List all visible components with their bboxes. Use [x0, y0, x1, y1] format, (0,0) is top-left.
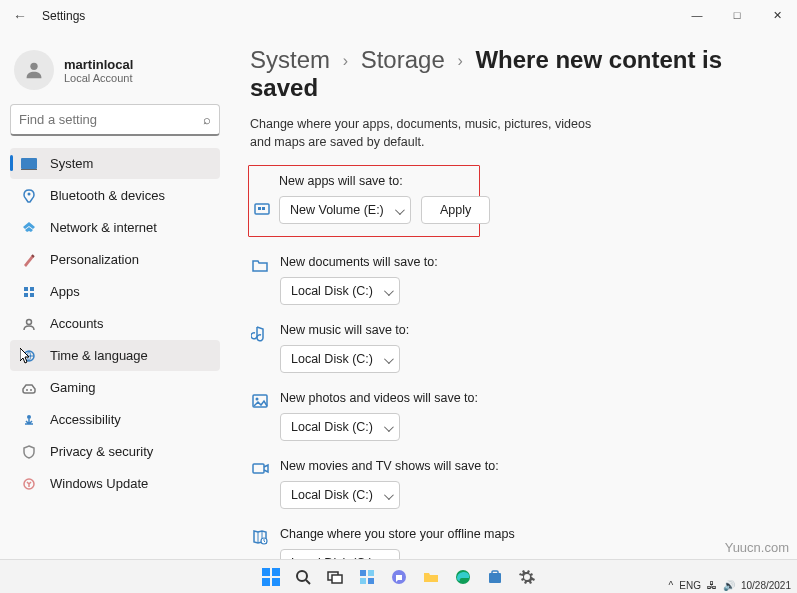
svg-point-10 — [26, 389, 28, 391]
setting-label: New documents will save to: — [280, 255, 777, 269]
setting-row: New photos and videos will save to:Local… — [250, 391, 777, 441]
tray-volume-icon[interactable]: 🔊 — [723, 580, 735, 591]
nav-icon — [20, 347, 38, 365]
minimize-button[interactable]: — — [677, 0, 717, 30]
chevron-right-icon: › — [337, 52, 354, 69]
svg-rect-37 — [492, 571, 498, 574]
svg-point-3 — [28, 192, 31, 195]
svg-rect-30 — [368, 570, 374, 576]
svg-rect-16 — [262, 207, 265, 210]
svg-rect-5 — [30, 287, 34, 291]
nav-icon — [20, 411, 38, 429]
user-account-type: Local Account — [64, 72, 133, 84]
nav-icon — [20, 283, 38, 301]
sidebar-item-label: System — [50, 156, 93, 171]
setting-row: New apps will save to:New Volume (E:)App… — [248, 165, 480, 237]
breadcrumb: System › Storage › Where new content is … — [250, 46, 777, 102]
sidebar-item-gaming[interactable]: Gaming — [10, 372, 220, 403]
setting-label: New music will save to: — [280, 323, 777, 337]
drive-select[interactable]: Local Disk (C:) — [280, 481, 400, 509]
svg-rect-21 — [262, 568, 270, 576]
setting-row: New documents will save to:Local Disk (C… — [250, 255, 777, 305]
explorer-icon[interactable] — [418, 564, 444, 590]
nav-icon — [20, 315, 38, 333]
start-button[interactable] — [258, 564, 284, 590]
search-box[interactable]: ⌕ — [10, 104, 220, 136]
svg-line-26 — [306, 580, 310, 584]
back-button[interactable]: ← — [10, 8, 30, 24]
sidebar-item-label: Time & language — [50, 348, 148, 363]
search-input[interactable] — [19, 112, 203, 127]
tray-datetime[interactable]: 10/28/2021 — [741, 580, 791, 591]
nav-icon — [20, 155, 38, 173]
svg-rect-19 — [253, 464, 264, 473]
nav-icon — [20, 379, 38, 397]
avatar — [14, 50, 54, 90]
setting-row: Change where you store your offline maps… — [250, 527, 777, 559]
sidebar-item-bluetooth-devices[interactable]: Bluetooth & devices — [10, 180, 220, 211]
setting-row: New music will save to:Local Disk (C:) — [250, 323, 777, 373]
nav-icon — [20, 443, 38, 461]
chat-icon[interactable] — [386, 564, 412, 590]
sidebar-item-system[interactable]: System — [10, 148, 220, 179]
taskbar-search-icon[interactable] — [290, 564, 316, 590]
maximize-button[interactable]: □ — [717, 0, 757, 30]
svg-point-11 — [30, 389, 32, 391]
sidebar-item-label: Personalization — [50, 252, 139, 267]
settings-taskbar-icon[interactable] — [514, 564, 540, 590]
drive-select[interactable]: Local Disk (C:) — [280, 277, 400, 305]
svg-rect-28 — [332, 575, 342, 583]
sidebar-item-personalization[interactable]: Personalization — [10, 244, 220, 275]
window-title: Settings — [42, 9, 85, 23]
page-subtitle: Change where your apps, documents, music… — [250, 116, 610, 151]
setting-label: New movies and TV shows will save to: — [280, 459, 777, 473]
sidebar-item-apps[interactable]: Apps — [10, 276, 220, 307]
breadcrumb-storage[interactable]: Storage — [361, 46, 445, 73]
nav-icon — [20, 251, 38, 269]
svg-rect-7 — [30, 293, 34, 297]
sidebar-item-time-language[interactable]: Time & language — [10, 340, 220, 371]
svg-rect-2 — [21, 169, 37, 170]
sidebar-item-label: Bluetooth & devices — [50, 188, 165, 203]
breadcrumb-system[interactable]: System — [250, 46, 330, 73]
drive-select[interactable]: New Volume (E:) — [279, 196, 411, 224]
svg-rect-23 — [262, 578, 270, 586]
tray-network-icon[interactable]: 🖧 — [707, 580, 717, 591]
sidebar: martinlocal Local Account ⌕ SystemBlueto… — [0, 32, 230, 559]
drive-select[interactable]: Local Disk (C:) — [280, 549, 400, 559]
sidebar-item-network-internet[interactable]: Network & internet — [10, 212, 220, 243]
store-icon[interactable] — [482, 564, 508, 590]
widgets-icon[interactable] — [354, 564, 380, 590]
sidebar-item-privacy-security[interactable]: Privacy & security — [10, 436, 220, 467]
svg-rect-32 — [368, 578, 374, 584]
sidebar-item-windows-update[interactable]: Windows Update — [10, 468, 220, 499]
setting-icon — [250, 527, 270, 547]
svg-point-0 — [30, 63, 37, 70]
sidebar-item-label: Gaming — [50, 380, 96, 395]
svg-point-12 — [27, 415, 31, 419]
setting-icon — [253, 200, 273, 220]
sidebar-item-label: Privacy & security — [50, 444, 153, 459]
drive-select[interactable]: Local Disk (C:) — [280, 413, 400, 441]
edge-icon[interactable] — [450, 564, 476, 590]
task-view-icon[interactable] — [322, 564, 348, 590]
tray-lang[interactable]: ENG — [679, 580, 701, 591]
sidebar-item-accessibility[interactable]: Accessibility — [10, 404, 220, 435]
sidebar-item-accounts[interactable]: Accounts — [10, 308, 220, 339]
setting-label: New photos and videos will save to: — [280, 391, 777, 405]
apply-button[interactable]: Apply — [421, 196, 490, 224]
user-block[interactable]: martinlocal Local Account — [14, 50, 220, 90]
sidebar-item-label: Accessibility — [50, 412, 121, 427]
svg-rect-4 — [24, 287, 28, 291]
nav-icon — [20, 187, 38, 205]
tray-chevron-icon[interactable]: ^ — [669, 580, 674, 591]
setting-icon — [250, 255, 270, 275]
sidebar-item-label: Accounts — [50, 316, 103, 331]
setting-label: Change where you store your offline maps — [280, 527, 777, 541]
close-button[interactable]: ✕ — [757, 0, 797, 30]
svg-rect-31 — [360, 578, 366, 584]
setting-icon — [250, 323, 270, 343]
svg-point-25 — [297, 571, 307, 581]
drive-select[interactable]: Local Disk (C:) — [280, 345, 400, 373]
svg-rect-22 — [272, 568, 280, 576]
